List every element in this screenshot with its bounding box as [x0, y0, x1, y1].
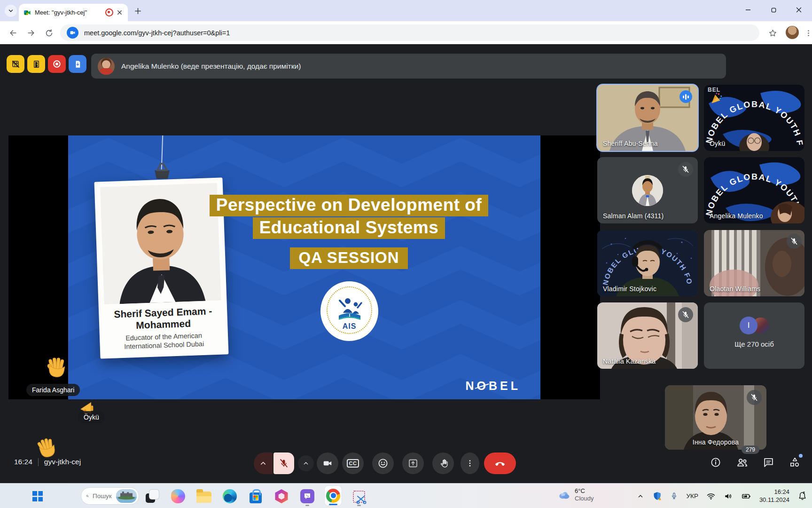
binder-clip-icon	[148, 162, 176, 180]
tab-search-chevron-button[interactable]	[5, 5, 17, 17]
participant-tile-oyku[interactable]: NOBEL GLOBAL YOUTH FORUM BEL Öykü	[704, 85, 804, 151]
app-file-explorer[interactable]	[195, 488, 212, 505]
taskbar-apps	[144, 488, 367, 505]
minimize-icon	[745, 7, 751, 13]
avatar-photo	[632, 175, 663, 206]
browser-tab-meet[interactable]: Meet: "gyv-jtkh-cej"	[19, 4, 128, 21]
tray-language[interactable]: УКР	[686, 492, 698, 500]
back-button[interactable]	[7, 26, 20, 40]
app-hexagon-g[interactable]	[273, 488, 290, 505]
url-bar[interactable]: meet.google.com/gyv-jtkh-cej?authuser=0&…	[60, 24, 759, 41]
chrome-icon	[326, 489, 340, 503]
tray-wifi[interactable]	[706, 492, 716, 501]
nobel-letters-bel: BEL	[489, 379, 521, 392]
camera-toggle-button[interactable]	[317, 452, 338, 474]
participant-tile-vladimir[interactable]: NOBEL GLOBAL YOUTH FORUM Vladimir Stojko…	[597, 230, 698, 296]
meet-favicon-icon	[23, 9, 31, 16]
meeting-code: gyv-jtkh-cej	[44, 458, 81, 466]
activities-shapes-icon	[789, 456, 801, 468]
participant-tile-inna[interactable]: Інна Федорова	[665, 385, 766, 450]
search-highlight-image[interactable]	[116, 489, 137, 503]
muted-mic-icon	[678, 162, 693, 177]
profile-avatar[interactable]	[786, 26, 799, 39]
participant-name: Olaotan Williams	[710, 285, 760, 293]
reload-button[interactable]	[42, 26, 55, 40]
participant-name: Salman Alam (4311)	[603, 212, 664, 220]
edge-icon	[223, 489, 237, 503]
mic-off-icon	[279, 458, 289, 468]
tray-battery[interactable]	[741, 491, 751, 501]
window-minimize-button[interactable]	[739, 2, 757, 18]
view-option-button[interactable]	[7, 55, 24, 73]
tray-clock[interactable]: 16:24 30.11.2024	[759, 488, 789, 504]
participant-tile-angelika[interactable]: NOBEL GLOBAL YOUTH FORUM Angelika Mulenk…	[704, 157, 804, 223]
camera-options-button[interactable]	[298, 455, 314, 471]
tray-volume[interactable]	[724, 492, 733, 501]
forward-arrow-icon	[26, 28, 36, 38]
app-copilot[interactable]	[170, 488, 187, 505]
speaker-role: Educator of the American International S…	[105, 330, 223, 351]
captions-button[interactable]: CC	[342, 452, 364, 474]
app-edge[interactable]	[221, 488, 238, 505]
participants-button[interactable]	[735, 455, 749, 469]
reload-icon	[45, 29, 54, 38]
reactions-button[interactable]	[372, 452, 394, 474]
taskbar-weather[interactable]: 6°C Cloudy	[557, 487, 593, 503]
participant-tile-salman[interactable]: Salman Alam (4311)	[597, 157, 698, 223]
recording-button[interactable]	[48, 55, 66, 73]
tray-notifications[interactable]	[797, 491, 807, 501]
raise-hand-button[interactable]	[432, 452, 454, 474]
window-maximize-button[interactable]	[764, 2, 783, 18]
bookmark-button[interactable]	[766, 26, 779, 40]
meet-camera-chip-icon	[67, 27, 78, 39]
participant-tile-sheriff[interactable]: Sheriff Abu-Senna	[597, 85, 698, 151]
end-call-button[interactable]	[484, 452, 516, 474]
activities-button[interactable]	[788, 455, 802, 469]
windows-taskbar: 6°C Cloudy УКР	[0, 483, 812, 508]
present-screen-button[interactable]	[402, 452, 424, 474]
tray-mic-in-use[interactable]	[670, 492, 678, 500]
more-participants-label: Ще 270 осіб	[704, 340, 804, 348]
avatar	[98, 58, 115, 75]
participant-tile-olaotan[interactable]: Olaotan Williams	[704, 230, 804, 296]
app-snipping-tool[interactable]	[351, 488, 367, 505]
tray-expand-button[interactable]	[637, 492, 644, 500]
more-participants-tile[interactable]: I Ще 270 осіб	[704, 302, 804, 369]
search-icon	[86, 492, 89, 500]
forward-button[interactable]	[24, 26, 38, 40]
call-end-icon	[494, 457, 506, 469]
app-widgets[interactable]	[144, 488, 161, 505]
search-input[interactable]	[92, 492, 116, 500]
transcript-button[interactable]	[69, 55, 86, 73]
tab-close-icon[interactable]	[116, 9, 123, 16]
meeting-details-button[interactable]	[709, 455, 723, 469]
more-options-button[interactable]	[461, 452, 479, 474]
participant-name: Natalia Kazanska	[603, 357, 656, 365]
info-icon	[710, 457, 721, 468]
app-chrome-active[interactable]	[325, 488, 342, 505]
chat-button[interactable]	[761, 455, 775, 469]
slide-title-line1: Perspective on Development of	[210, 195, 489, 216]
mic-options-button[interactable]	[254, 452, 273, 474]
nobel-letter-o-slashed: O	[477, 379, 489, 393]
taskbar-search[interactable]	[81, 487, 139, 505]
app-viber[interactable]	[299, 488, 316, 505]
nobel-brand-logo: NOBEL	[465, 379, 521, 393]
app-microsoft-store[interactable]	[247, 488, 264, 505]
door-icon	[32, 60, 41, 69]
browser-tabstrip: Meet: "gyv-jtkh-cej"	[0, 0, 812, 21]
viber-icon	[300, 489, 314, 503]
slashed-grid-icon	[11, 59, 20, 69]
new-tab-button[interactable]	[133, 6, 143, 16]
tab-title: Meet: "gyv-jtkh-cej"	[35, 9, 102, 16]
microphone-icon	[670, 492, 678, 500]
start-button[interactable]	[31, 490, 44, 503]
hexagon-g-icon	[274, 489, 289, 503]
mic-toggle-button[interactable]	[273, 452, 294, 474]
window-close-button[interactable]	[789, 2, 808, 18]
avatar-initial: I	[740, 317, 757, 334]
leave-room-button[interactable]	[27, 55, 45, 73]
browser-menu-button[interactable]	[802, 26, 812, 40]
participant-tile-natalia[interactable]: Natalia Kazanska	[597, 302, 698, 369]
tray-security-shield[interactable]	[652, 491, 662, 501]
